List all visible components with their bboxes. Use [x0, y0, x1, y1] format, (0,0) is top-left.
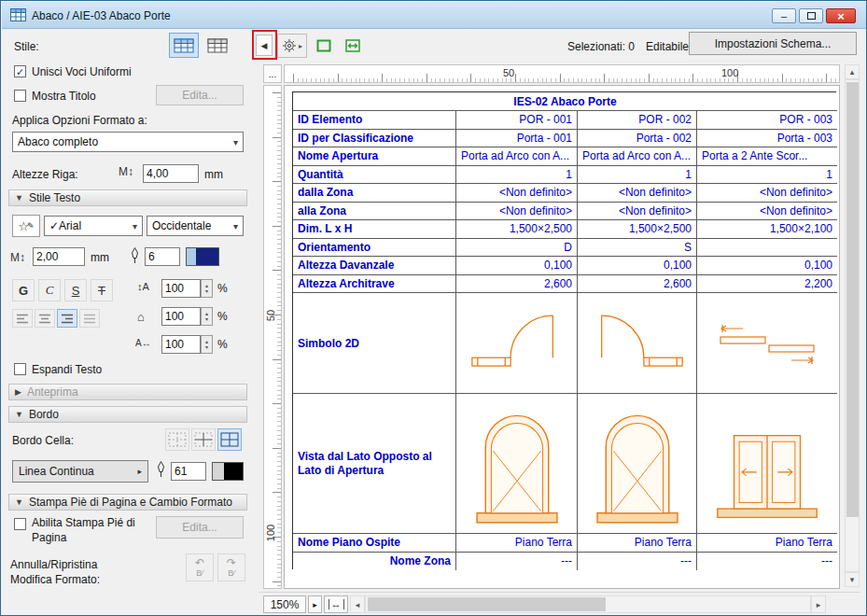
- line-spacing-spinner[interactable]: ▴▾: [201, 279, 213, 298]
- scroll-down-button[interactable]: ▾: [845, 572, 860, 587]
- scroll-up-button[interactable]: ▴: [845, 64, 860, 79]
- cell-value[interactable]: 0,100: [578, 257, 697, 275]
- select-area-button[interactable]: [311, 34, 336, 58]
- cell-value[interactable]: Piano Terra: [456, 534, 578, 553]
- text-size-input[interactable]: [33, 247, 85, 266]
- cell-value[interactable]: <Non definito>: [456, 203, 578, 221]
- row-label[interactable]: Vista dal Lato Opposto al Lato di Apertu…: [293, 394, 456, 534]
- text-pen-input[interactable]: [145, 247, 180, 266]
- anteprima-section-header[interactable]: ▶ Anteprima: [8, 384, 247, 400]
- row-label[interactable]: dalla Zona: [293, 184, 456, 203]
- row-height-input[interactable]: [143, 164, 199, 183]
- cell-value[interactable]: Porta a 2 Ante Scor...: [697, 147, 837, 166]
- vertical-ruler[interactable]: 50 100: [263, 85, 282, 589]
- underline-button[interactable]: S: [64, 279, 87, 301]
- espandi-testo-checkbox[interactable]: [14, 363, 26, 375]
- vertical-scroll-thumb[interactable]: [846, 82, 859, 517]
- cell-value[interactable]: [697, 239, 837, 258]
- zoom-menu-button[interactable]: ▸: [308, 595, 322, 613]
- cell-value[interactable]: 1,500×2,500: [578, 220, 697, 239]
- line-type-dropdown[interactable]: Linea Continua ▸: [12, 460, 148, 483]
- vertical-scrollbar[interactable]: [845, 79, 860, 572]
- unisci-voci-checkbox[interactable]: ✓: [14, 65, 26, 77]
- cell-value[interactable]: S: [578, 239, 697, 258]
- edita-stampa-button[interactable]: Edita...: [156, 516, 244, 539]
- cell-value[interactable]: 1,500×2,500: [456, 220, 578, 239]
- schedule-table[interactable]: IES-02 Abaco Porte ID Elemento POR - 001…: [292, 91, 836, 569]
- cell-value[interactable]: 1: [697, 166, 837, 185]
- line-spacing-input[interactable]: [161, 279, 201, 298]
- cell-value[interactable]: 2,600: [578, 275, 697, 294]
- cell-value[interactable]: 1,500×2,100: [697, 220, 837, 239]
- cell-value[interactable]: POR - 003: [697, 111, 837, 130]
- cell-value[interactable]: <Non definito>: [578, 203, 697, 221]
- horizontal-ruler[interactable]: 50 100: [284, 64, 840, 83]
- applica-dropdown[interactable]: Abaco completo ▾: [12, 132, 244, 152]
- row-label[interactable]: Orientamento: [293, 239, 456, 258]
- ruler-corner-button[interactable]: ...: [263, 64, 282, 83]
- border-pen-color-swatch[interactable]: [212, 462, 244, 481]
- row-label[interactable]: alla Zona: [293, 203, 456, 221]
- align-left-button[interactable]: [12, 309, 33, 328]
- cell-value[interactable]: D: [456, 239, 578, 258]
- bordo-section-header[interactable]: ▼ Bordo: [8, 406, 247, 423]
- cell-value[interactable]: Piano Terra: [578, 534, 697, 553]
- elevation-cell[interactable]: [456, 394, 578, 534]
- table-title[interactable]: IES-02 Abaco Porte: [293, 92, 837, 111]
- border-pen-input[interactable]: [171, 462, 206, 481]
- font-dropdown[interactable]: ✓Arial ▾: [44, 216, 143, 236]
- cell-value[interactable]: ---: [456, 553, 578, 571]
- row-label[interactable]: Altezza Davanzale: [293, 257, 456, 275]
- cell-value[interactable]: <Non definito>: [456, 184, 578, 203]
- horizontal-scrollbar[interactable]: [365, 595, 811, 613]
- elevation-cell[interactable]: [697, 394, 837, 534]
- char-spacing-spinner[interactable]: ▴▾: [201, 335, 213, 354]
- redo-format-button[interactable]: ↷ B∕: [217, 553, 245, 581]
- collapse-panel-button[interactable]: ◀: [256, 35, 273, 56]
- cell-value[interactable]: Porta ad Arco con A...: [578, 147, 697, 166]
- text-pen-color-swatch[interactable]: [186, 247, 219, 266]
- maximize-button[interactable]: [799, 8, 823, 23]
- row-label[interactable]: Nome Zona: [293, 553, 456, 571]
- favorites-button[interactable]: ☆ ✎: [12, 215, 40, 237]
- style-grid-plain-button[interactable]: [203, 33, 232, 58]
- close-button[interactable]: ×: [826, 8, 856, 23]
- elevation-cell[interactable]: [578, 394, 697, 534]
- cell-value[interactable]: 2,600: [456, 275, 578, 294]
- undo-format-button[interactable]: ↶ B∕: [186, 553, 214, 581]
- align-justify-button[interactable]: [79, 309, 100, 328]
- style-grid-merged-button[interactable]: [169, 33, 199, 58]
- cell-value[interactable]: Porta - 003: [697, 130, 837, 148]
- para-spacing-input[interactable]: [161, 307, 201, 326]
- edita-titolo-button[interactable]: Edita...: [156, 85, 244, 105]
- cell-value[interactable]: 0,100: [697, 257, 837, 275]
- cell-value[interactable]: 2,200: [697, 275, 837, 294]
- border-all-button[interactable]: [217, 428, 242, 451]
- cell-value[interactable]: 1: [456, 166, 578, 185]
- row-label[interactable]: Simbolo 2D: [293, 293, 456, 394]
- italic-button[interactable]: C: [38, 279, 61, 301]
- cell-value[interactable]: POR - 002: [578, 111, 697, 130]
- align-center-button[interactable]: [35, 309, 55, 328]
- cell-value[interactable]: Porta - 001: [456, 130, 578, 148]
- schema-display-options-button[interactable]: ▸: [277, 34, 307, 58]
- cell-value[interactable]: Porta - 002: [578, 130, 697, 148]
- cell-value[interactable]: Porta ad Arco con A...: [456, 147, 578, 166]
- cell-value[interactable]: POR - 001: [456, 111, 578, 130]
- scroll-left-button[interactable]: ◂: [350, 595, 365, 613]
- symbol-2d-cell[interactable]: [697, 293, 837, 394]
- cell-value[interactable]: <Non definito>: [578, 184, 697, 203]
- cell-value[interactable]: <Non definito>: [697, 203, 837, 221]
- border-none-button[interactable]: [165, 428, 189, 451]
- minimize-button[interactable]: –: [772, 8, 796, 23]
- fit-selection-button[interactable]: [340, 34, 365, 58]
- char-spacing-input[interactable]: [161, 335, 201, 354]
- cell-value[interactable]: <Non definito>: [697, 184, 837, 203]
- row-label[interactable]: Nome Piano Ospite: [293, 534, 456, 553]
- schema-settings-button[interactable]: Impostazioni Schema...: [689, 32, 857, 55]
- stile-testo-section-header[interactable]: ▼ Stile Testo: [8, 189, 247, 206]
- stampa-section-header[interactable]: ▼ Stampa Piè di Pagina e Cambio Formato: [8, 494, 247, 511]
- cell-value[interactable]: 1: [578, 166, 697, 185]
- symbol-2d-cell[interactable]: [578, 293, 697, 394]
- bold-button[interactable]: G: [12, 279, 35, 301]
